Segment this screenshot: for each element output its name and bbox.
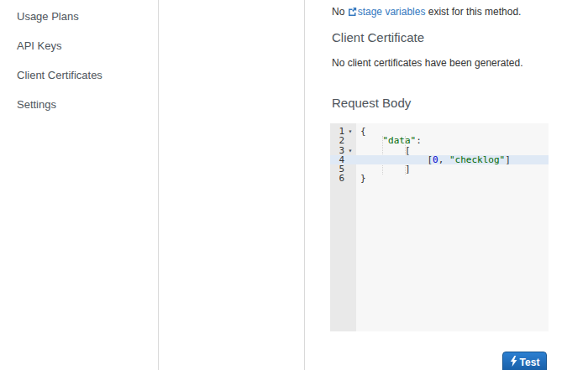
fold-spacer	[344, 174, 356, 183]
fold-arrow-icon[interactable]: ▾	[344, 127, 356, 136]
sidebar-item-client-certificates[interactable]: Client Certificates	[17, 68, 102, 83]
line-number: 2	[330, 136, 344, 145]
test-button[interactable]: Test	[502, 352, 547, 370]
stage-variables-link-label: stage variables	[358, 6, 426, 18]
client-certificate-heading: Client Certificate	[332, 30, 424, 44]
lightning-bolt-icon	[510, 356, 517, 369]
fold-spacer	[344, 155, 356, 164]
note-suffix: exist for this method.	[425, 6, 521, 18]
stage-variables-note: No stage variables exist for this method…	[332, 5, 521, 19]
line-number: 6	[330, 174, 344, 183]
sidebar-item-api-keys[interactable]: API Keys	[17, 39, 61, 54]
request-body-heading: Request Body	[332, 96, 411, 110]
fold-spacer	[344, 136, 356, 145]
client-certificate-empty-text: No client certificates have been generat…	[332, 57, 522, 69]
editor-rows: 1▾{2 "data":3▾ [4 [0, "checklog"]5 ]6}	[330, 127, 549, 184]
code-text: ]	[356, 164, 549, 174]
request-body-editor[interactable]: 1▾{2 "data":3▾ [4 [0, "checklog"]5 ]6}	[330, 123, 549, 331]
sidebar: Usage Plans API Keys Client Certificates…	[0, 0, 158, 370]
note-prefix: No	[332, 6, 348, 18]
sidebar-item-settings[interactable]: Settings	[17, 97, 56, 112]
stage-variables-link[interactable]: stage variables	[348, 6, 426, 18]
fold-spacer	[344, 164, 356, 174]
content-pane: No stage variables exist for this method…	[305, 0, 588, 370]
sidebar-divider	[158, 0, 159, 370]
editor-line[interactable]: 6}	[330, 174, 549, 183]
code-text: }	[356, 174, 549, 183]
fold-arrow-icon[interactable]: ▾	[344, 146, 356, 155]
test-button-label: Test	[520, 357, 540, 368]
external-link-icon	[348, 6, 357, 19]
sidebar-item-usage-plans[interactable]: Usage Plans	[17, 9, 79, 24]
